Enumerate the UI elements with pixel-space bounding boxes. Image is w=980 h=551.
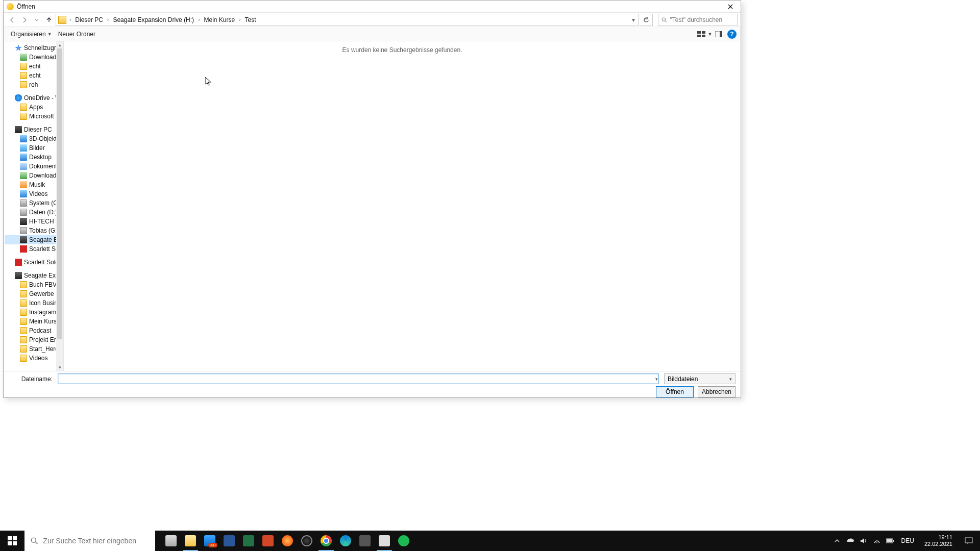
address-dropdown[interactable]: ▾ [629,16,638,23]
tree-seagate[interactable]: Seagate Expansion [5,271,57,280]
file-list-pane[interactable]: Es wurden keine Suchergebnisse gefunden. [64,41,741,371]
address-bar[interactable]: › Dieser PC › Seagate Expansion Drive (H… [56,14,639,26]
tree-item[interactable]: HI-TECH Treiber [5,217,57,226]
tree-item[interactable]: Bilder [5,143,57,153]
tree-label: OneDrive - Wirtsc [24,94,57,102]
close-button[interactable] [720,1,741,13]
open-button[interactable]: Öffnen [656,386,694,397]
volume-tray-icon[interactable] [860,537,868,545]
powerpoint-button[interactable] [258,531,278,551]
edge-button[interactable] [336,531,355,551]
tree-item[interactable]: Desktop [5,153,57,162]
main-area: Schnellzugriff Downloads echt echt roh O… [4,41,741,371]
word-icon [224,535,235,546]
preview-pane-button[interactable] [713,29,724,40]
breadcrumb-item[interactable]: Test [243,16,258,23]
tree-item[interactable]: Videos [5,354,57,363]
recent-dropdown[interactable] [31,14,42,26]
drive-icon [20,209,27,216]
tree-item[interactable]: Apps [5,103,57,112]
drive-icon [15,272,22,279]
tree-item[interactable]: Musik [5,180,57,189]
breadcrumb-item[interactable]: Mein Kurse [202,16,237,23]
start-button[interactable] [0,531,24,551]
filename-input[interactable] [58,373,659,384]
folder-icon [20,81,27,88]
taskbar-search[interactable] [24,531,155,551]
cancel-button[interactable]: Abbrechen [698,386,736,397]
sidebar-scrollbar[interactable]: ▴ ▾ [56,41,63,371]
clock-button[interactable]: 19:11 22.02.2021 [921,534,955,547]
tree-item[interactable]: Mein Kurse [5,317,57,326]
folder-icon [58,16,66,24]
tree-thispc[interactable]: Dieser PC [5,125,57,134]
obs-button[interactable] [297,531,316,551]
tree-item[interactable]: Videos [5,189,57,198]
onedrive-tray-icon[interactable] [846,537,854,545]
search-box[interactable] [658,14,738,26]
tree-item[interactable]: Tobias (G:) [5,226,57,235]
tree-onedrive[interactable]: OneDrive - Wirtsc [5,93,57,103]
brave-button[interactable] [278,531,297,551]
battery-tray-icon[interactable] [886,537,894,545]
empty-message: Es wurden keine Suchergebnisse gefunden. [342,46,462,54]
tree-quickaccess[interactable]: Schnellzugriff [5,43,57,53]
tree-item[interactable]: Instagram und T [5,308,57,317]
network-tray-icon[interactable] [873,537,881,545]
breadcrumb-item[interactable]: Seagate Expansion Drive (H:) [111,16,196,23]
organize-button[interactable]: Organisieren ▼ [8,30,55,39]
breadcrumb-item[interactable]: Dieser PC [73,16,105,23]
excel-button[interactable] [239,531,258,551]
folder-icon [20,309,27,316]
scroll-down-icon[interactable]: ▾ [56,364,63,371]
svg-rect-3 [697,35,701,37]
tree-label: Start_Here_Mac. [29,345,57,353]
new-folder-button[interactable]: Neuer Ordner [55,30,99,39]
explorer-button[interactable] [181,531,200,551]
view-mode-button[interactable] [696,29,707,40]
tree-item[interactable]: echt [5,62,57,71]
tree-item[interactable]: Microsoft Teams [5,112,57,121]
tree-scarlett[interactable]: Scarlett Solo USB [5,258,57,267]
up-button[interactable] [43,14,55,26]
app-button[interactable] [375,531,394,551]
tree-item[interactable]: roh [5,80,57,89]
taskbar-search-input[interactable] [43,537,149,545]
taskview-button[interactable] [161,531,181,551]
tree-item[interactable]: Buch FBV [5,280,57,289]
scroll-up-icon[interactable]: ▴ [56,41,63,48]
tree-item[interactable]: Downloads [5,171,57,180]
folder-icon [20,327,27,334]
tree-item[interactable]: Podcast [5,326,57,335]
scroll-thumb[interactable] [57,48,62,339]
tree-item[interactable]: Scarlett Solo USB [5,244,57,254]
tree-item[interactable]: 3D-Objekte [5,134,57,143]
tree-item[interactable]: Downloads [5,53,57,62]
tree-item[interactable]: Gewerbe [5,289,57,298]
app-button[interactable] [355,531,375,551]
tree-item[interactable]: Dokumente [5,162,57,171]
tree-item-selected[interactable]: Seagate Expansi [5,235,57,244]
view-dropdown[interactable]: ▼ [707,32,713,37]
tree-item[interactable]: Start_Here_Mac. [5,344,57,354]
chrome-button[interactable] [316,531,336,551]
help-button[interactable]: ? [727,30,737,39]
tray-expand-button[interactable] [833,537,841,545]
folder-icon [20,281,27,288]
tree-item[interactable]: Projekt Entspann [5,335,57,344]
back-button[interactable] [7,14,18,26]
tree-item[interactable]: echt [5,71,57,80]
forward-button[interactable] [19,14,30,26]
tree-item[interactable]: System (C:) [5,198,57,208]
mail-button[interactable] [200,531,219,551]
refresh-button[interactable] [640,14,653,26]
svg-rect-1 [697,31,701,34]
search-input[interactable] [670,16,734,23]
tree-item[interactable]: Icon Business [5,298,57,308]
word-button[interactable] [219,531,239,551]
filetype-dropdown[interactable]: Bilddateien ▾ [664,373,736,384]
spotify-button[interactable] [394,531,413,551]
tree-item[interactable]: Daten (D:) [5,208,57,217]
language-button[interactable]: DEU [899,537,916,544]
notifications-button[interactable] [961,537,977,545]
